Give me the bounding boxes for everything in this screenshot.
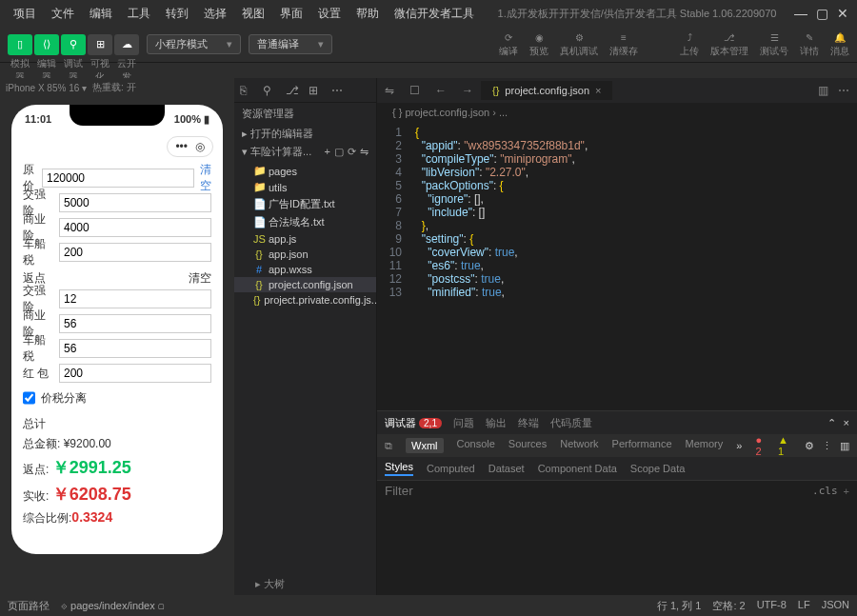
encoding[interactable]: UTF-8 — [757, 599, 787, 613]
file-app.wxss[interactable]: #app.wxss — [234, 262, 376, 277]
subtab-Styles[interactable]: Styles — [385, 461, 413, 476]
minimize-icon[interactable]: — — [794, 7, 807, 20]
kebab-icon[interactable]: ⋮ — [822, 440, 832, 452]
menu-编辑[interactable]: 编辑 — [84, 4, 118, 24]
code-area[interactable]: 1{2 "appid": "wx8953347352f88b1d",3 "com… — [377, 122, 857, 410]
more-editor-icon[interactable]: ⋯ — [838, 84, 849, 97]
file-project.private.config.js...[interactable]: {}project.private.config.js... — [234, 292, 376, 308]
action-消息[interactable]: 🔔消息 — [830, 31, 849, 58]
more-icon[interactable]: ⋯ — [331, 84, 345, 97]
debug-tab-代码质量[interactable]: 代码质量 — [550, 416, 592, 430]
cloud-toggle[interactable]: ☁ — [114, 34, 139, 55]
maximize-icon[interactable]: ▢ — [815, 7, 828, 20]
page-path[interactable]: ⟐ pages/index/index ▢ — [61, 600, 165, 611]
devtab-Console[interactable]: Console — [457, 438, 495, 453]
swap-icon[interactable]: ⇋ — [377, 84, 402, 97]
simulator-toggle[interactable]: ▯ — [8, 34, 32, 55]
debug-tab-输出[interactable]: 输出 — [486, 416, 507, 430]
close-tab-icon[interactable]: × — [595, 85, 601, 96]
menu-选择[interactable]: 选择 — [198, 4, 232, 24]
new-folder-icon[interactable]: ▢ — [334, 146, 344, 158]
debug-tab-调试器[interactable]: 调试器 2,1 — [385, 416, 442, 430]
split-icon[interactable]: ▥ — [818, 84, 828, 97]
devtab-Performance[interactable]: Performance — [612, 438, 672, 453]
menu-工具[interactable]: 工具 — [122, 4, 156, 24]
spaces[interactable]: 空格: 2 — [712, 599, 745, 613]
refresh-icon[interactable]: ⟳ — [348, 146, 356, 158]
debug-tab-问题[interactable]: 问题 — [453, 416, 474, 430]
open-editors-section[interactable]: ▸ 打开的编辑器 — [234, 125, 376, 143]
bookmark-icon[interactable]: ☐ — [402, 84, 428, 97]
devtab-Network[interactable]: Network — [560, 438, 598, 453]
lang[interactable]: JSON — [822, 599, 849, 613]
action-真机调试[interactable]: ⚙真机调试 — [560, 31, 598, 58]
dashi-label[interactable]: ▸ 大树 — [248, 573, 292, 595]
filter-input[interactable] — [385, 484, 812, 498]
breadcrumb[interactable]: { } project.config.json › ... — [377, 103, 857, 122]
menu-设置[interactable]: 设置 — [312, 4, 347, 24]
editor-toggle[interactable]: ⟨⟩ — [34, 34, 59, 55]
subtab-Dataset[interactable]: Dataset — [488, 463, 525, 474]
editor-tab[interactable]: {} project.config.json × — [481, 81, 612, 100]
file-project.config.json[interactable]: {}project.config.json — [234, 277, 376, 292]
file-pages[interactable]: 📁pages — [234, 163, 376, 179]
gear-icon[interactable]: ⚙ — [805, 440, 814, 452]
menu-文件[interactable]: 文件 — [46, 4, 80, 24]
menu-icon[interactable]: ••• — [175, 140, 188, 153]
new-file-icon[interactable]: + — [325, 146, 330, 158]
action-预览[interactable]: ◉预览 — [529, 31, 548, 58]
capsule[interactable]: ••• ◎ — [167, 136, 213, 157]
file-utils[interactable]: 📁utils — [234, 179, 376, 195]
branch-icon[interactable]: ⎇ — [286, 84, 299, 97]
debugger-toggle[interactable]: ⚲ — [61, 34, 86, 55]
device-select[interactable]: iPhone X 85% 16 ▾ — [6, 83, 87, 93]
r-syx-input[interactable] — [59, 314, 211, 333]
search-icon[interactable]: ⚲ — [263, 84, 276, 97]
cursor-pos[interactable]: 行 1, 列 1 — [657, 599, 701, 613]
action-详情[interactable]: ✎详情 — [800, 31, 819, 58]
mode-select[interactable]: 小程序模式 — [147, 34, 241, 54]
split-checkbox[interactable] — [23, 388, 35, 407]
ext-icon[interactable]: ⊞ — [309, 84, 322, 97]
menu-微信开发者工具[interactable]: 微信开发者工具 — [389, 4, 480, 24]
file-app.json[interactable]: {}app.json — [234, 247, 376, 262]
action-版本管理[interactable]: ⎇版本管理 — [710, 31, 748, 58]
original-input[interactable] — [42, 169, 194, 188]
menu-帮助[interactable]: 帮助 — [350, 4, 385, 24]
file-app.js[interactable]: JSapp.js — [234, 231, 376, 247]
clear-button[interactable]: 清空 — [200, 162, 211, 194]
subtab-Computed[interactable]: Computed — [427, 463, 475, 474]
close-mini-icon[interactable]: ◎ — [195, 140, 205, 153]
cls-button[interactable]: .cls — [812, 485, 838, 497]
warn-count[interactable]: ▲ 1 — [778, 434, 797, 457]
action-清缓存[interactable]: ≡清缓存 — [609, 31, 638, 58]
file-合法域名.txt[interactable]: 📄合法域名.txt — [234, 213, 376, 231]
back-icon[interactable]: ← — [428, 84, 454, 97]
more-devtabs-icon[interactable]: » — [736, 440, 742, 451]
panel-up-icon[interactable]: ⌃ — [827, 417, 836, 429]
menu-项目[interactable]: 项目 — [8, 4, 42, 24]
subtab-Scope Data[interactable]: Scope Data — [630, 463, 685, 474]
menu-界面[interactable]: 界面 — [274, 4, 309, 24]
eol[interactable]: LF — [798, 599, 810, 613]
action-上传[interactable]: ⤴上传 — [680, 31, 699, 58]
r-jqx-input[interactable] — [59, 289, 211, 308]
inspect-icon[interactable]: ⧉ — [385, 440, 392, 452]
menu-转到[interactable]: 转到 — [160, 4, 194, 24]
devtab-Sources[interactable]: Sources — [508, 438, 547, 453]
hb-input[interactable] — [59, 364, 211, 383]
syx-input[interactable] — [59, 218, 211, 237]
close-icon[interactable]: ✕ — [836, 7, 849, 20]
devtab-Wxml[interactable]: Wxml — [406, 438, 444, 453]
collapse-icon[interactable]: ⇋ — [360, 146, 369, 158]
menu-视图[interactable]: 视图 — [236, 4, 270, 24]
clear-rebate-button[interactable]: 清空 — [189, 270, 211, 287]
error-count[interactable]: ● 2 — [755, 434, 770, 457]
visual-toggle[interactable]: ⊞ — [88, 34, 112, 55]
add-rule-icon[interactable]: + — [844, 486, 849, 497]
file-广告ID配置.txt[interactable]: 📄广告ID配置.txt — [234, 195, 376, 213]
forward-icon[interactable]: → — [454, 84, 481, 97]
devtab-Memory[interactable]: Memory — [686, 438, 724, 453]
action-测试号[interactable]: ☰测试号 — [760, 31, 788, 58]
jqx-input[interactable] — [59, 193, 211, 212]
